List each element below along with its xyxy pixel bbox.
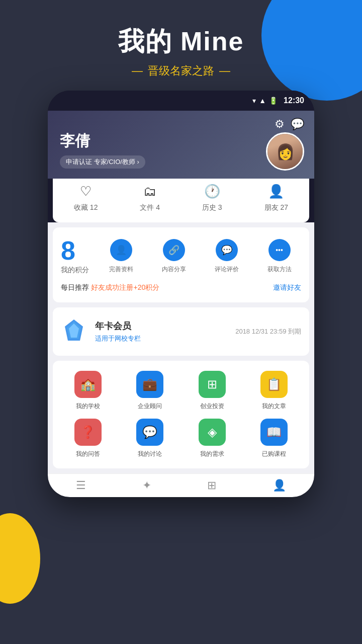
subtitle-text: 晋级名家之路 xyxy=(148,63,214,78)
stat-favorites[interactable]: ♡ 收藏 12 xyxy=(74,184,98,212)
points-row: 8 我的积分 👤 完善资料 🔗 内容分享 💬 评论评价 xyxy=(61,237,301,275)
nav-home[interactable]: ☰ xyxy=(76,479,86,492)
qa-icon: ❓ xyxy=(74,419,102,446)
signal-icon: ▲ xyxy=(259,97,266,105)
page-subtitle: — 晋级名家之路 — xyxy=(0,63,362,78)
avatar-image: 👩 xyxy=(267,134,303,169)
message-button[interactable]: 💬 xyxy=(291,118,304,131)
membership-card[interactable]: 年卡会员 适用于网校专栏 2018 12/31 23:59 到期 xyxy=(53,307,309,356)
app-school[interactable]: 🏫 我的学校 xyxy=(61,371,115,411)
action-get-methods[interactable]: ••• 获取方法 xyxy=(267,239,292,274)
promo-description: 每日推荐 好友成功注册+20积分 xyxy=(61,283,159,292)
files-label: 文件 4 xyxy=(140,203,160,212)
phone-frame: ▾ ▲ 🔋 12:30 ⚙ 💬 李倩 申请认证 专家/CIO/教师 › 👩 ♡ … xyxy=(48,91,314,497)
profile-actions: ⚙ 💬 xyxy=(275,118,304,131)
share-content-label: 内容分享 xyxy=(162,265,186,274)
history-label: 历史 3 xyxy=(202,203,222,212)
articles-label: 我的文章 xyxy=(262,402,286,411)
nav-explore[interactable]: ✦ xyxy=(142,479,151,492)
complete-profile-icon: 👤 xyxy=(110,239,132,261)
stats-card: ♡ 收藏 12 🗂 文件 4 🕐 历史 3 👤 朋友 27 xyxy=(53,174,309,222)
points-actions: 👤 完善资料 🔗 内容分享 💬 评论评价 ••• 获取方法 xyxy=(99,239,301,274)
apps-grid: 🏫 我的学校 💼 企业顾问 ⊞ 创业投资 📋 我的文章 ❓ 我的问答 xyxy=(61,371,301,458)
battery-icon: 🔋 xyxy=(269,97,278,105)
status-time: 12:30 xyxy=(284,96,304,105)
purchased-label: 已购课程 xyxy=(262,450,286,458)
status-icons: ▾ ▲ 🔋 12:30 xyxy=(252,96,304,105)
action-comment[interactable]: 💬 评论评价 xyxy=(215,239,239,274)
promo-text: 好友成功注册+20积分 xyxy=(91,283,159,291)
app-needs[interactable]: ◈ 我的需求 xyxy=(185,419,239,458)
app-purchased[interactable]: 📖 已购课程 xyxy=(247,419,302,458)
school-icon: 🏫 xyxy=(74,371,102,398)
dash-left: — xyxy=(132,64,143,77)
membership-icon-container xyxy=(61,317,87,346)
action-share-content[interactable]: 🔗 内容分享 xyxy=(162,239,186,274)
points-label: 我的积分 xyxy=(61,266,89,275)
wifi-icon: ▾ xyxy=(252,97,256,105)
daily-promo: 每日推荐 好友成功注册+20积分 邀请好友 xyxy=(61,283,301,292)
membership-subtitle: 适用于网校专栏 xyxy=(95,334,227,343)
app-articles[interactable]: 📋 我的文章 xyxy=(247,371,302,411)
get-methods-icon: ••• xyxy=(268,239,291,261)
favorites-label: 收藏 12 xyxy=(74,203,98,212)
points-value: 8 xyxy=(61,237,89,264)
share-content-icon: 🔗 xyxy=(163,239,185,261)
diamond-icon xyxy=(61,317,87,344)
grid-icon: ⊞ xyxy=(207,479,216,492)
discussion-icon: 💬 xyxy=(136,419,163,446)
settings-button[interactable]: ⚙ xyxy=(275,118,285,131)
membership-expiry: 2018 12/31 23:59 到期 xyxy=(235,327,301,336)
membership-title: 年卡会员 xyxy=(95,320,227,332)
app-investment[interactable]: ⊞ 创业投资 xyxy=(185,371,239,411)
get-methods-label: 获取方法 xyxy=(267,265,292,274)
nav-mine[interactable]: 👤 xyxy=(273,479,286,492)
school-label: 我的学校 xyxy=(76,402,100,411)
apps-card: 🏫 我的学校 💼 企业顾问 ⊞ 创业投资 📋 我的文章 ❓ 我的问答 xyxy=(53,361,309,468)
qa-label: 我的问答 xyxy=(76,450,100,458)
complete-profile-label: 完善资料 xyxy=(109,265,133,274)
stat-friends[interactable]: 👤 朋友 27 xyxy=(264,184,288,212)
stat-files[interactable]: 🗂 文件 4 xyxy=(140,184,160,212)
daily-prefix: 每日推荐 xyxy=(61,283,89,291)
mine-icon: 👤 xyxy=(273,479,286,492)
invite-button[interactable]: 邀请好友 xyxy=(273,283,301,292)
dash-right: — xyxy=(219,64,230,77)
status-bar: ▾ ▲ 🔋 12:30 xyxy=(48,91,314,111)
comment-label: 评论评价 xyxy=(215,265,239,274)
needs-icon: ◈ xyxy=(199,419,226,446)
bottom-nav: ☰ ✦ ⊞ 👤 xyxy=(48,473,314,497)
favorites-icon: ♡ xyxy=(80,184,92,199)
bg-decoration-yellow xyxy=(0,513,40,604)
app-discussion[interactable]: 💬 我的讨论 xyxy=(123,419,177,458)
app-consultant[interactable]: 💼 企业顾问 xyxy=(123,371,177,411)
consultant-icon: 💼 xyxy=(136,371,163,398)
avatar[interactable]: 👩 xyxy=(266,132,304,171)
stat-history[interactable]: 🕐 历史 3 xyxy=(202,184,222,212)
phone-content: 8 我的积分 👤 完善资料 🔗 内容分享 💬 评论评价 xyxy=(48,222,314,473)
points-section: 8 我的积分 xyxy=(61,237,89,275)
friends-label: 朋友 27 xyxy=(264,203,288,212)
purchased-icon: 📖 xyxy=(260,419,288,446)
investment-label: 创业投资 xyxy=(200,402,224,411)
page-header: 我的 Mine — 晋级名家之路 — xyxy=(0,0,362,91)
discussion-label: 我的讨论 xyxy=(138,450,162,458)
files-icon: 🗂 xyxy=(143,184,156,199)
articles-icon: 📋 xyxy=(260,371,288,398)
action-complete-profile[interactable]: 👤 完善资料 xyxy=(109,239,133,274)
profile-header: ⚙ 💬 李倩 申请认证 专家/CIO/教师 › 👩 xyxy=(48,111,314,179)
needs-label: 我的需求 xyxy=(200,450,224,458)
comment-icon: 💬 xyxy=(216,239,238,261)
friends-icon: 👤 xyxy=(268,184,284,199)
profile-cert[interactable]: 申请认证 专家/CIO/教师 › xyxy=(60,155,145,169)
explore-icon: ✦ xyxy=(142,479,151,492)
history-icon: 🕐 xyxy=(204,184,220,199)
nav-grid[interactable]: ⊞ xyxy=(207,479,216,492)
membership-info: 年卡会员 适用于网校专栏 xyxy=(95,320,227,343)
home-icon: ☰ xyxy=(76,479,86,492)
points-card: 8 我的积分 👤 完善资料 🔗 内容分享 💬 评论评价 xyxy=(53,227,309,302)
investment-icon: ⊞ xyxy=(199,371,226,398)
app-qa[interactable]: ❓ 我的问答 xyxy=(61,419,115,458)
page-title: 我的 Mine xyxy=(0,24,362,59)
consultant-label: 企业顾问 xyxy=(138,402,162,411)
